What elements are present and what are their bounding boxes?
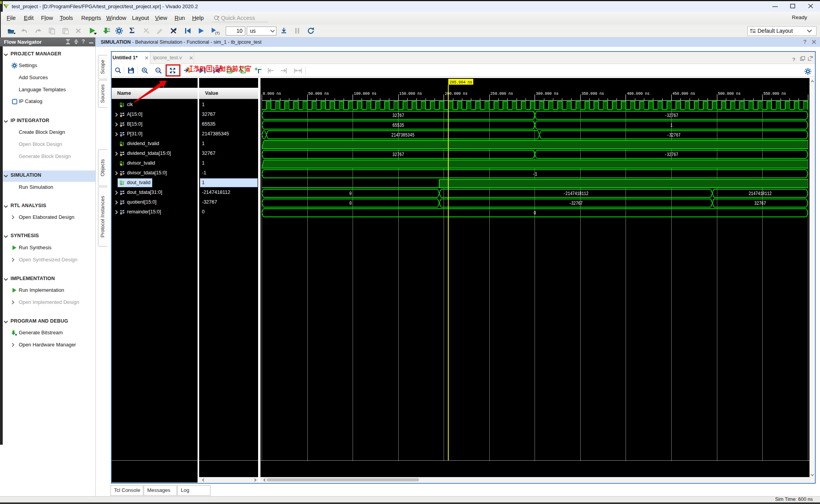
svg-text:2147418112: 2147418112 [749,191,772,197]
svg-text:32767: 32767 [392,152,404,158]
svg-text:500.000 ns: 500.000 ns [718,91,741,96]
svg-text:400.000 ns: 400.000 ns [627,91,649,96]
svg-text:(T): (T) [215,31,220,35]
svg-text:350.000 ns: 350.000 ns [581,91,604,96]
svg-text:-2147418112: -2147418112 [563,191,588,197]
svg-text:0: 0 [534,210,536,216]
svg-text:-1: -1 [533,171,537,177]
svg-text:0: 0 [349,191,352,197]
svg-text:0.000 ns: 0.000 ns [263,91,281,96]
svg-text:2147385345: 2147385345 [391,132,414,138]
svg-text:150.000 ns: 150.000 ns [399,91,422,96]
svg-text:32767: 32767 [392,113,404,119]
svg-text:250.000 ns: 250.000 ns [490,91,513,96]
svg-text:32767: 32767 [754,201,766,206]
svg-text:-32767: -32767 [569,201,583,206]
svg-text:1: 1 [670,122,672,128]
svg-text:-32767: -32767 [665,152,678,158]
svg-text:205.004 ns: 205.004 ns [449,80,472,85]
svg-text:50.000 ns: 50.000 ns [308,91,329,96]
svg-text:550.000 ns: 550.000 ns [763,91,786,96]
svg-text:10: 10 [107,30,111,33]
svg-text:450.000 ns: 450.000 ns [672,91,695,96]
svg-text:300.000 ns: 300.000 ns [536,91,558,96]
svg-text:65535: 65535 [392,122,404,128]
svg-text:-32767: -32767 [667,132,681,138]
svg-text:100.000 ns: 100.000 ns [354,91,376,96]
svg-text:-32767: -32767 [665,113,678,119]
svg-text:0: 0 [349,201,352,206]
